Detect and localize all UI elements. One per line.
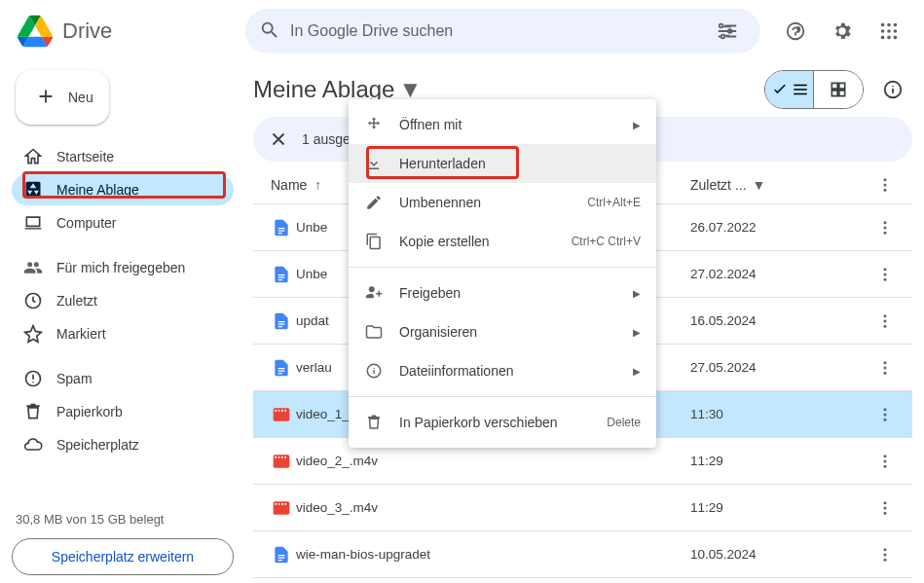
sidebar-item-label: Zuletzt [56, 293, 97, 309]
ctx-trash[interactable]: In Papierkorb verschieben Delete [349, 403, 656, 442]
ctx-open-with[interactable]: Öffnen mit ▶ [349, 105, 656, 144]
trash-icon [23, 402, 43, 421]
svg-point-25 [884, 366, 887, 369]
document-file-icon [253, 218, 296, 237]
table-row[interactable]: video_3_.m4v11:29 [253, 485, 912, 531]
svg-point-38 [884, 558, 887, 561]
svg-point-30 [884, 455, 887, 457]
storage-usage-text: 30,8 MB von 15 GB belegt [12, 512, 234, 527]
info-icon[interactable] [873, 70, 912, 109]
star-icon [23, 324, 43, 344]
svg-point-28 [884, 413, 887, 416]
sidebar-item-label: Meine Ablage [56, 182, 139, 198]
file-date: 11:29 [690, 454, 866, 468]
search-icon [259, 19, 280, 44]
row-menu-icon[interactable] [866, 359, 905, 377]
drive-icon [23, 180, 43, 200]
ctx-file-info[interactable]: Dateiinformationen ▶ [349, 351, 656, 390]
sidebar-item-label: Startseite [56, 149, 114, 164]
file-date: 10.05.2024 [690, 547, 866, 562]
search-input[interactable] [290, 22, 698, 40]
document-file-icon [253, 311, 296, 331]
svg-point-34 [884, 506, 887, 509]
row-menu-icon[interactable] [866, 219, 905, 237]
file-date: 11:30 [690, 407, 866, 421]
help-icon[interactable] [776, 12, 815, 51]
sidebar-item-computers[interactable]: Computer [12, 207, 234, 238]
svg-point-19 [884, 273, 887, 275]
svg-point-29 [884, 418, 887, 420]
gear-icon[interactable] [823, 12, 862, 51]
search-options-icon[interactable] [708, 12, 747, 51]
sidebar-item-storage[interactable]: Speicherplatz [12, 429, 234, 460]
sidebar-item-recent[interactable]: Zuletzt [12, 285, 234, 316]
copy-icon [364, 233, 384, 250]
ctx-share[interactable]: Freigeben ▶ [349, 273, 656, 312]
svg-point-14 [884, 188, 887, 191]
column-menu-icon[interactable] [866, 176, 905, 194]
close-icon[interactable] [267, 128, 290, 151]
row-menu-icon[interactable] [866, 266, 905, 283]
ctx-organize[interactable]: Organisieren ▶ [349, 312, 656, 351]
svg-point-12 [884, 178, 887, 181]
svg-point-24 [884, 361, 887, 364]
svg-point-16 [884, 226, 887, 229]
document-file-icon [253, 358, 296, 378]
row-menu-icon[interactable] [866, 406, 905, 423]
people-icon [23, 258, 43, 277]
drive-logo-icon [16, 12, 55, 51]
video-file-icon [253, 405, 296, 424]
rename-icon [364, 194, 384, 211]
sidebar-item-label: Für mich freigegeben [56, 260, 185, 275]
svg-point-3 [881, 29, 885, 33]
clock-icon [23, 291, 43, 310]
sidebar-item-starred[interactable]: Markiert [12, 318, 234, 349]
svg-point-23 [884, 324, 887, 327]
list-view-button[interactable] [765, 71, 814, 108]
open-with-icon [364, 116, 384, 133]
row-menu-icon[interactable] [866, 499, 905, 517]
file-name: wie-man-bios-upgradet [296, 547, 690, 562]
grid-view-button[interactable] [814, 71, 863, 108]
svg-point-27 [884, 408, 887, 411]
row-menu-icon[interactable] [866, 312, 905, 330]
logo-area[interactable]: Drive [16, 12, 230, 51]
file-name: video_2_.m4v [296, 454, 690, 468]
chevron-right-icon: ▶ [633, 366, 641, 377]
app-header: Drive [0, 0, 924, 62]
svg-point-31 [884, 459, 887, 462]
search-bar[interactable] [245, 9, 760, 54]
svg-point-13 [884, 183, 887, 186]
row-menu-icon[interactable] [866, 453, 905, 470]
ctx-rename[interactable]: Umbenennen Ctrl+Alt+E [349, 183, 656, 222]
table-row[interactable]: wie-man-bios-upgradet10.05.2024 [253, 531, 912, 578]
apps-icon[interactable] [869, 12, 908, 51]
file-date: 26.07.2022 [690, 220, 866, 235]
file-date: 27.02.2024 [690, 267, 866, 281]
svg-point-5 [894, 29, 898, 33]
ctx-download[interactable]: Herunterladen [349, 144, 656, 183]
folder-icon [364, 323, 384, 341]
svg-point-35 [884, 511, 887, 514]
sidebar: Neu Startseite Meine Ablage Computer Für… [0, 62, 249, 583]
column-date[interactable]: Zuletzt ... ▼ [690, 177, 866, 193]
sidebar-item-shared[interactable]: Für mich freigegeben [12, 252, 234, 283]
new-button[interactable]: Neu [16, 70, 109, 125]
sidebar-item-spam[interactable]: Spam [12, 363, 234, 394]
svg-point-8 [894, 36, 898, 40]
sidebar-item-trash[interactable]: Papierkorb [12, 396, 234, 427]
row-menu-icon[interactable] [866, 546, 905, 564]
app-name: Drive [62, 18, 112, 44]
svg-point-18 [884, 268, 887, 271]
sidebar-item-label: Papierkorb [56, 404, 123, 419]
svg-point-32 [884, 464, 887, 467]
svg-point-7 [887, 36, 891, 40]
expand-storage-button[interactable]: Speicherplatz erweitern [12, 538, 234, 575]
ctx-copy[interactable]: Kopie erstellen Ctrl+C Ctrl+V [349, 222, 656, 261]
svg-point-6 [881, 36, 885, 40]
sidebar-item-home[interactable]: Startseite [12, 141, 234, 172]
svg-point-2 [894, 23, 898, 27]
download-icon [364, 155, 384, 172]
sidebar-item-my-drive[interactable]: Meine Ablage [12, 174, 234, 205]
svg-point-37 [884, 553, 887, 556]
